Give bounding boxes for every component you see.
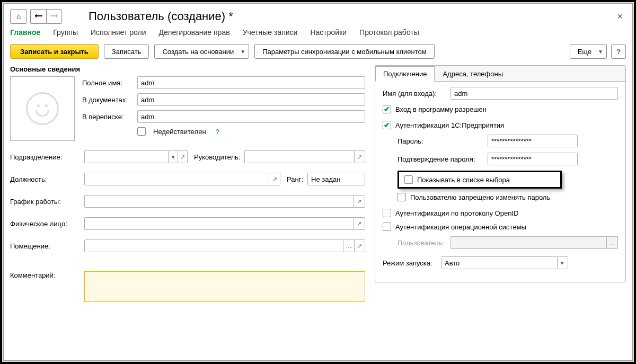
save-button[interactable]: Записать [104,44,149,59]
manager-label: Руководитель: [194,153,240,161]
subtab-addresses[interactable]: Адреса, телефоны [435,66,511,82]
login-allowed-label: Вход в программу разрешен [395,105,487,113]
manager-input[interactable] [244,150,355,163]
os-user-ellipsis-icon: … [607,236,618,249]
rank-input[interactable] [307,173,365,185]
home-button[interactable]: ⌂ [10,9,27,24]
create-on-basis-button[interactable]: Создать на основании ▼ [154,44,249,59]
smiley-icon [26,92,59,125]
subtab-connection[interactable]: Подключение [375,66,435,82]
room-ellipsis-icon[interactable]: … [343,239,354,252]
tab-main[interactable]: Главное [10,28,40,37]
in-docs-label: В документах: [82,96,134,104]
tab-accounts[interactable]: Учетные записи [243,28,298,37]
forward-button[interactable]: 🠖 [46,9,62,24]
caret-down-icon: ▼ [598,49,603,55]
no-change-pw-checkbox[interactable] [398,193,406,201]
tab-roles[interactable]: Исполняет роли [91,28,146,37]
tab-settings[interactable]: Настройки [310,28,347,37]
room-label: Помещение: [10,242,80,250]
user-photo-placeholder[interactable] [10,76,75,141]
run-mode-dropdown-icon[interactable]: ▾ [558,256,568,269]
sync-params-button[interactable]: Параметры синхронизации с мобильным клие… [254,44,435,59]
department-label: Подразделение: [10,153,80,161]
in-corr-label: В переписке: [82,113,134,121]
login-label: Имя (для входа): [383,90,450,97]
room-input[interactable] [84,239,343,252]
auth-1c-label: Аутентификация 1С:Предприятия [395,121,504,129]
schedule-input[interactable] [84,195,354,208]
close-icon[interactable]: × [617,11,623,22]
run-mode-label: Режим запуска: [383,259,441,267]
invalid-help-link[interactable]: ? [216,128,219,136]
run-mode-input[interactable] [441,256,558,269]
room-open-icon[interactable]: ↗ [355,239,365,252]
password2-input[interactable] [488,153,578,165]
highlighted-option: Показывать в списке выбора [398,171,562,189]
login-allowed-checkbox[interactable] [383,105,391,113]
login-input[interactable] [450,87,618,100]
create-on-basis-label: Создать на основании [162,48,234,56]
schedule-label: График работы: [10,198,80,206]
help-button[interactable]: ? [611,44,626,59]
in-corr-input[interactable] [137,110,365,123]
comment-input[interactable] [84,271,365,302]
more-label: Еще [578,48,591,56]
schedule-open-icon[interactable]: ↗ [354,195,365,208]
position-open-icon[interactable]: ↗ [269,173,280,185]
window-title: Пользователь (создание) * [89,10,233,23]
person-open-icon[interactable]: ↗ [354,217,365,230]
department-dropdown-icon[interactable]: ▾ [169,150,178,163]
os-user-input [450,236,607,249]
basic-section-title: Основные сведения [10,65,365,73]
no-change-pw-label: Пользователю запрещено изменять пароль [410,193,550,201]
in-docs-input[interactable] [137,93,365,106]
password2-label: Подтверждение пароля: [398,155,488,163]
rank-label: Ранг: [287,175,303,183]
caret-down-icon: ▼ [240,49,245,55]
invalid-label: Недействителен [153,128,206,136]
auth-openid-checkbox[interactable] [383,209,391,217]
save-and-close-button[interactable]: Записать и закрыть [10,44,99,59]
full-name-label: Полное имя: [82,79,134,87]
auth-1c-checkbox[interactable] [383,121,391,129]
show-in-list-checkbox[interactable] [404,175,413,184]
back-button[interactable]: 🠔 [30,9,46,24]
position-input[interactable] [84,173,269,185]
password-label: Пароль: [398,137,488,145]
main-tabs: Главное Группы Исполняет роли Делегирова… [10,27,626,40]
full-name-input[interactable] [137,76,365,89]
tab-delegate[interactable]: Делегирование прав [158,28,229,37]
position-label: Должность: [10,175,80,183]
os-user-label: Пользователь: [398,239,450,247]
manager-open-icon[interactable]: ↗ [355,150,365,163]
more-button[interactable]: Еще ▼ [570,44,607,59]
person-label: Физическое лицо: [10,220,80,228]
password-input[interactable] [488,135,578,147]
auth-os-label: Аутентификация операционной системы [395,223,526,231]
tab-protocol[interactable]: Протокол работы [359,28,419,37]
person-input[interactable] [84,217,354,230]
invalid-checkbox[interactable] [137,127,146,136]
comment-label: Комментарий: [10,271,80,279]
tab-groups[interactable]: Группы [53,28,78,37]
auth-openid-label: Аутентификация по протоколу OpenID [395,209,518,217]
show-in-list-label: Показывать в списке выбора [417,176,510,184]
department-input[interactable] [84,150,169,163]
auth-os-checkbox[interactable] [383,223,391,231]
department-open-icon[interactable]: ↗ [178,150,188,163]
